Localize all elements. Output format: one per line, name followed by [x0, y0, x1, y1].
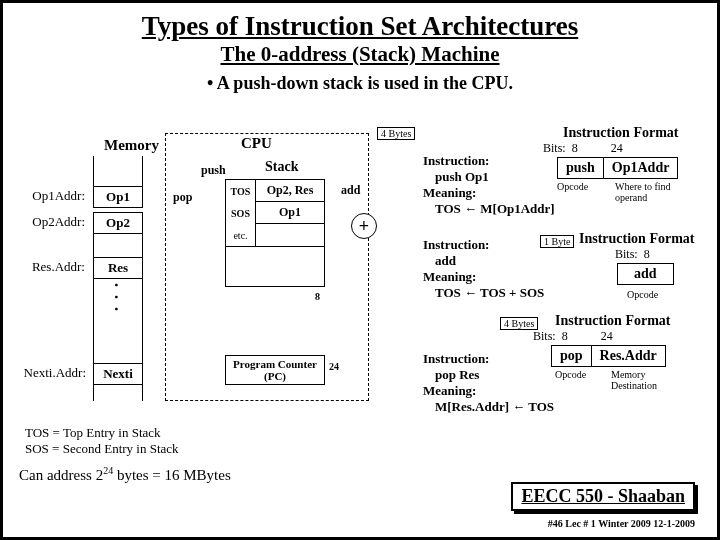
mem-label-1: Op2Addr:	[17, 214, 89, 230]
tos-label: TOS	[226, 180, 256, 202]
cpu-label: CPU	[241, 135, 272, 152]
fmt3-cap1: Opcode	[555, 369, 586, 380]
fmt1-cap2: Where to find operand	[615, 181, 695, 203]
instr3-l2: pop Res	[435, 367, 479, 383]
pc-box: Program Counter (PC)	[225, 355, 325, 385]
fmt2-byte1: 1 Byte	[540, 235, 574, 248]
instr2-l1: Instruction:	[423, 237, 489, 253]
instr2-l3: Meaning:	[423, 269, 476, 285]
footer-meta: #46 Lec # 1 Winter 2009 12-1-2009	[548, 518, 695, 529]
mem-label-2: Res.Addr:	[17, 259, 89, 275]
note-tos: TOS = Top Entry in Stack	[25, 425, 161, 441]
stack-width-8: 8	[315, 291, 320, 302]
fmt3-cap2: Memory Destination	[611, 369, 691, 391]
note-sos: SOS = Second Entry in Stack	[25, 441, 179, 457]
instr3-l1: Instruction:	[423, 351, 489, 367]
instr3-l4: M[Res.Addr] TOS	[435, 399, 554, 415]
mem-cell-2: Res	[93, 257, 143, 279]
etc-label: etc.	[226, 224, 256, 246]
fmt2-bits: Bits: 8	[615, 247, 650, 262]
footer-course: EECC 550 - Shaaban	[511, 482, 695, 511]
instr1-l1: Instruction:	[423, 153, 489, 169]
mem-label-3: Nexti.Addr:	[8, 365, 90, 381]
fmt2-title: Instruction Format	[579, 231, 695, 247]
fmt3-table: popRes.Addr	[551, 345, 666, 367]
mem-cell-3: Nexti	[93, 363, 143, 385]
fmt2-table: add	[617, 263, 674, 285]
stack-frame: TOS Op2, Res SOS Op1 etc.	[225, 179, 325, 287]
bullet-line: • A push-down stack is used in the CPU.	[21, 73, 699, 94]
memory-header: Memory	[104, 137, 159, 154]
fmt3-title: Instruction Format	[555, 313, 671, 329]
instr2-l2: add	[435, 253, 456, 269]
plus-node: +	[351, 213, 377, 239]
pc-bits: 24	[329, 361, 339, 372]
stack-cell-0: Op2, Res	[256, 180, 324, 202]
stack-cell-1: Op1	[256, 202, 324, 224]
slide-title: Types of Instruction Set Architectures	[21, 11, 699, 42]
instr2-l4: TOS TOS + SOS	[435, 285, 544, 301]
cpu-bytes-tag: 4 Bytes	[377, 127, 415, 140]
fmt3-bits: Bits: 8 24	[533, 329, 613, 344]
fmt1-title: Instruction Format	[563, 125, 679, 141]
fmt1-table: pushOp1Addr	[557, 157, 678, 179]
instr1-l2: push Op1	[435, 169, 489, 185]
instr1-l3: Meaning:	[423, 185, 476, 201]
push-label: push	[201, 163, 226, 178]
note-addr: Can address 224 bytes = 16 MBytes	[19, 465, 231, 484]
add-label: add	[341, 183, 360, 198]
slide-subtitle: The 0-address (Stack) Machine	[21, 42, 699, 67]
mem-cell-1: Op2	[93, 212, 143, 234]
fmt1-bits: Bits: 8 24	[543, 141, 623, 156]
sos-label: SOS	[226, 202, 256, 224]
instr3-l3: Meaning:	[423, 383, 476, 399]
mem-cell-0: Op1	[93, 186, 143, 208]
fmt2-cap1: Opcode	[627, 289, 658, 300]
stack-label: Stack	[265, 159, 298, 175]
pop-label: pop	[173, 190, 192, 205]
fmt1-cap1: Opcode	[557, 181, 588, 192]
mem-label-0: Op1Addr:	[17, 188, 89, 204]
instr1-l4: TOS M[Op1Addr]	[435, 201, 555, 217]
